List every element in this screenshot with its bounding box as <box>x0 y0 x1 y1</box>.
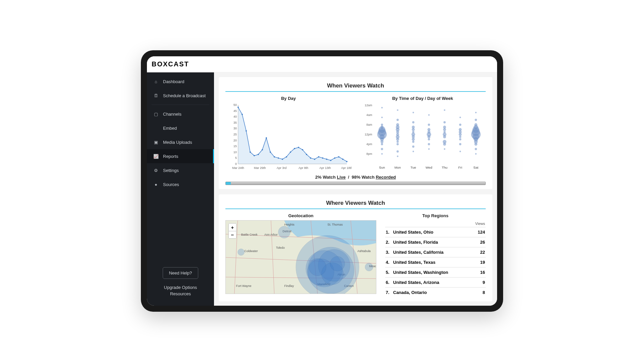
sidebar-item-media-uploads[interactable]: ▣Media Uploads <box>147 135 214 149</box>
region-views: 8 <box>472 290 485 295</box>
svg-point-7 <box>258 154 259 155</box>
svg-point-14 <box>286 156 287 158</box>
help-button[interactable]: Need Help? <box>163 267 199 279</box>
svg-point-121 <box>459 136 462 138</box>
svg-text:Ashtabula: Ashtabula <box>357 249 371 253</box>
svg-text:Apr 3rd: Apr 3rd <box>277 166 287 170</box>
gear-icon: ⚙ <box>153 167 159 173</box>
svg-text:10: 10 <box>233 150 237 154</box>
region-views: 19 <box>472 260 485 265</box>
svg-point-26 <box>334 157 335 159</box>
svg-text:Toledo: Toledo <box>276 246 285 249</box>
sidebar-footer: Need Help? Upgrade Options Resources <box>147 261 214 304</box>
svg-point-16 <box>294 148 295 149</box>
zoom-out-button[interactable]: − <box>229 231 236 238</box>
tablet-frame: BOXCAST ⌂Dashboard🗓Schedule a Broadcast▢… <box>141 50 503 312</box>
svg-point-112 <box>443 135 446 138</box>
svg-point-3 <box>241 114 243 115</box>
region-rank: 7. <box>386 290 393 295</box>
svg-point-17 <box>298 147 299 148</box>
region-name: United States, Florida <box>393 240 472 245</box>
svg-point-11 <box>274 156 275 158</box>
sidebar-item-schedule-a-broadcast[interactable]: 🗓Schedule a Broadcast <box>147 88 214 103</box>
svg-point-82 <box>396 140 399 143</box>
svg-point-104 <box>428 143 430 145</box>
svg-point-28 <box>342 159 343 160</box>
svg-point-8 <box>262 149 263 150</box>
sidebar-item-label: Dashboard <box>163 79 184 84</box>
svg-point-85 <box>397 156 398 157</box>
geolocation-map[interactable]: + − DetroitAnn ArborToledoFindlayFort Wa… <box>225 220 376 294</box>
svg-text:Mar 24th: Mar 24th <box>232 166 244 170</box>
svg-point-120 <box>459 133 462 136</box>
svg-point-126 <box>475 119 477 121</box>
svg-text:Apr 8th: Apr 8th <box>299 166 308 170</box>
svg-point-73 <box>397 109 398 111</box>
resources-link[interactable]: Resources <box>153 291 208 296</box>
svg-point-61 <box>381 117 383 118</box>
svg-text:15: 15 <box>233 144 237 148</box>
svg-text:Mon: Mon <box>394 166 401 169</box>
region-row[interactable]: 6.United States, Arizona9 <box>385 277 486 287</box>
svg-point-122 <box>459 138 462 140</box>
svg-point-117 <box>459 124 462 126</box>
svg-point-15 <box>290 152 291 153</box>
svg-text:Wed: Wed <box>426 166 432 169</box>
map-zoom-controls: + − <box>228 223 236 239</box>
svg-text:45: 45 <box>233 109 237 113</box>
region-row[interactable]: 2.United States, Florida26 <box>385 237 486 247</box>
svg-text:Battle Creek: Battle Creek <box>241 233 258 236</box>
svg-text:Fort Wayne: Fort Wayne <box>236 284 252 288</box>
svg-point-103 <box>428 138 430 140</box>
svg-text:Sat: Sat <box>473 166 478 169</box>
region-row[interactable]: 3.United States, California22 <box>385 247 486 257</box>
region-views: 124 <box>472 230 485 235</box>
live-segment <box>226 182 231 185</box>
sidebar-item-settings[interactable]: ⚙Settings <box>147 163 214 177</box>
sidebar-item-dashboard[interactable]: ⌂Dashboard <box>147 74 214 88</box>
svg-point-89 <box>412 128 415 131</box>
svg-point-96 <box>413 151 414 153</box>
svg-point-62 <box>381 124 383 126</box>
svg-text:12am: 12am <box>365 104 372 107</box>
sidebar-item-label: Sources <box>163 182 179 187</box>
svg-point-70 <box>381 143 383 145</box>
svg-point-20 <box>310 157 311 159</box>
svg-point-9 <box>266 137 267 139</box>
svg-point-170 <box>365 263 373 271</box>
region-name: United States, Ohio <box>393 230 472 235</box>
sidebar-item-channels[interactable]: ▢Channels <box>147 107 214 121</box>
svg-point-94 <box>412 140 415 143</box>
brand-logo: BOXCAST <box>152 60 189 68</box>
svg-text:0: 0 <box>235 162 237 166</box>
svg-point-4 <box>246 130 247 131</box>
region-rank: 3. <box>386 250 393 255</box>
sidebar-item-reports[interactable]: 📈Reports <box>147 149 214 163</box>
zoom-in-button[interactable]: + <box>229 224 236 231</box>
sidebar-item-embed[interactable]: Embed <box>147 121 214 135</box>
region-row[interactable]: 5.United States, Washington16 <box>385 267 486 277</box>
svg-point-10 <box>270 152 271 153</box>
geo-title: Geolocation <box>225 213 376 218</box>
sidebar-item-label: Embed <box>163 126 177 131</box>
sidebar: ⌂Dashboard🗓Schedule a Broadcast▢Channels… <box>147 72 214 306</box>
watch-ratio-text: 2% Watch Live / 98% Watch Recorded <box>225 175 486 180</box>
svg-text:25: 25 <box>233 133 237 136</box>
region-row[interactable]: 4.United States, Texas19 <box>385 257 486 267</box>
region-views: 26 <box>472 240 485 245</box>
svg-text:40: 40 <box>233 115 237 118</box>
svg-point-114 <box>443 143 446 146</box>
svg-point-137 <box>475 153 477 155</box>
sidebar-item-sources[interactable]: ●Sources <box>147 177 214 191</box>
upgrade-link[interactable]: Upgrade Options <box>153 285 208 290</box>
region-views: 22 <box>472 250 485 255</box>
region-name: United States, Arizona <box>393 280 472 285</box>
main-content: When Viewers Watch By Day 05101520253035… <box>214 72 497 306</box>
svg-point-72 <box>381 153 383 155</box>
region-row[interactable]: 1.United States, Ohio124 <box>385 227 486 237</box>
svg-point-24 <box>326 159 327 160</box>
region-row[interactable]: 7.Canada, Ontario8 <box>385 287 486 297</box>
svg-text:Findlay: Findlay <box>284 284 294 288</box>
svg-point-116 <box>460 117 461 118</box>
svg-text:Coldwater: Coldwater <box>245 249 258 253</box>
